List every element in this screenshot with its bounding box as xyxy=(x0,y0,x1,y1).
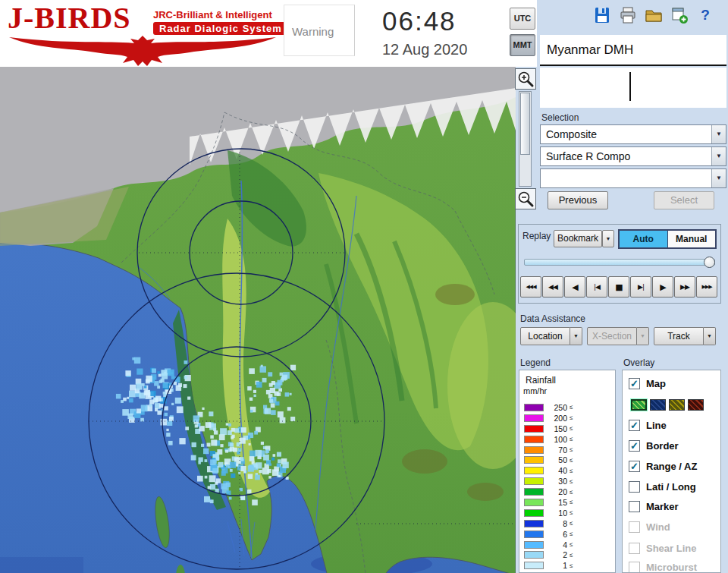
sub-product-dropdown[interactable]: ▼ xyxy=(540,168,726,188)
rewind-fast-button[interactable]: ◀◀ xyxy=(542,276,563,298)
play-reverse-button[interactable]: ◀ xyxy=(564,276,585,298)
replay-mode-toggle: Auto Manual xyxy=(618,229,717,249)
radar-map-area[interactable] xyxy=(0,67,516,573)
forward-fastest-button[interactable]: ▶▶▶ xyxy=(696,276,717,298)
overlay-item-label: Border xyxy=(646,440,679,452)
play-button[interactable]: ▶ xyxy=(652,276,673,298)
legend-entry: 100≤ xyxy=(519,434,615,445)
legend-color-swatch xyxy=(524,509,544,517)
selection-label: Selection xyxy=(541,112,579,123)
save-icon[interactable] xyxy=(592,5,612,26)
checkbox xyxy=(629,562,640,573)
less-equal-symbol: ≤ xyxy=(570,541,573,548)
slider-track[interactable] xyxy=(524,259,715,266)
overlay-item-marker[interactable]: Marker xyxy=(629,501,679,512)
replay-group: Replay Bookmark ▼ Auto Manual ◀◀◀◀◀◀|◀■▶… xyxy=(518,224,721,304)
zoom-slider-thumb[interactable] xyxy=(520,93,530,155)
zoom-in-button[interactable] xyxy=(515,68,536,90)
map-style-swatch-2[interactable] xyxy=(650,399,666,411)
legend-entry: 8≤ xyxy=(519,518,615,529)
button-label: X-Section xyxy=(587,327,637,345)
bookmark-button[interactable]: Bookmark xyxy=(554,230,602,247)
composite-dropdown[interactable]: Composite ▼ xyxy=(540,124,726,144)
overlay-item-line[interactable]: ✓Line xyxy=(629,420,667,431)
bookmark-dropdown-arrow[interactable]: ▼ xyxy=(602,230,614,247)
select-button[interactable]: Select xyxy=(654,191,714,209)
chevron-down-icon[interactable]: ▼ xyxy=(711,147,726,165)
legend-value: 40 xyxy=(549,466,567,475)
less-equal-symbol: ≤ xyxy=(570,457,573,464)
overlay-item-range-az[interactable]: ✓Range / AZ xyxy=(629,461,697,472)
step-forward-button[interactable]: ▶| xyxy=(630,276,651,298)
less-equal-symbol: ≤ xyxy=(570,562,573,569)
button-label[interactable]: Location xyxy=(520,327,570,345)
button-label[interactable]: Track xyxy=(654,327,704,345)
zoom-slider[interactable] xyxy=(519,91,532,187)
print-icon[interactable] xyxy=(617,5,638,26)
step-back-button[interactable]: |◀ xyxy=(586,276,607,298)
map-style-swatch-3[interactable] xyxy=(669,399,685,411)
zoom-out-button[interactable] xyxy=(515,188,536,209)
overlay-item-shear-line: Shear Line xyxy=(629,543,696,554)
replay-timeline-slider[interactable] xyxy=(524,257,715,269)
map-style-swatch-1[interactable] xyxy=(631,399,647,411)
forward-fast-button[interactable]: ▶▶ xyxy=(674,276,695,298)
export-icon[interactable] xyxy=(669,5,689,26)
x-section-button: X-Section▼ xyxy=(587,327,649,345)
utc-button[interactable]: UTC xyxy=(510,8,535,30)
stop-button[interactable]: ■ xyxy=(608,276,629,298)
overlay-item-border[interactable]: ✓Border xyxy=(629,440,679,452)
legend-entry: 6≤ xyxy=(519,529,615,540)
checkbox[interactable]: ✓ xyxy=(629,440,640,452)
auto-mode-button[interactable]: Auto xyxy=(620,231,668,247)
legend-value: 200 xyxy=(549,414,567,423)
less-equal-symbol: ≤ xyxy=(570,478,573,485)
chevron-down-icon[interactable]: ▼ xyxy=(711,125,726,143)
data-assistance-label: Data Assistance xyxy=(520,313,585,324)
previous-button[interactable]: Previous xyxy=(548,191,608,209)
chevron-down-icon[interactable]: ▼ xyxy=(704,327,716,345)
legend-value: 1 xyxy=(549,561,567,570)
checkbox[interactable]: ✓ xyxy=(629,378,640,389)
legend-value: 50 xyxy=(549,455,567,464)
legend-color-swatch xyxy=(524,520,544,527)
help-icon[interactable]: ? xyxy=(695,5,715,26)
map-style-swatch-4[interactable] xyxy=(688,399,704,411)
overlay-item-label: Map xyxy=(646,378,666,389)
legend-value: 10 xyxy=(549,508,567,518)
chevron-down-icon[interactable]: ▼ xyxy=(570,327,582,345)
radar-map[interactable] xyxy=(0,67,516,573)
overlay-item-map[interactable]: ✓Map xyxy=(629,378,666,389)
legend-entry: 250≤ xyxy=(519,402,615,413)
legend-entry: 10≤ xyxy=(519,508,615,518)
legend-unit: mm/hr xyxy=(523,386,547,395)
legend-value: 15 xyxy=(549,498,567,507)
mmt-button[interactable]: MMT xyxy=(510,34,535,56)
checkbox[interactable]: ✓ xyxy=(629,420,640,431)
station-name-box[interactable]: Myanmar DMH xyxy=(540,35,726,66)
legend-color-swatch xyxy=(524,425,544,433)
product-dropdown[interactable]: Surface R Compo ▼ xyxy=(540,146,726,166)
legend-color-swatch xyxy=(524,499,544,506)
manual-mode-button[interactable]: Manual xyxy=(668,231,716,247)
overlay-item-lati-long[interactable]: Lati / Long xyxy=(629,481,696,493)
track-button[interactable]: Track▼ xyxy=(654,327,716,345)
chevron-down-icon[interactable]: ▼ xyxy=(711,169,726,187)
folder-icon[interactable] xyxy=(643,5,664,26)
legend-color-swatch xyxy=(524,562,544,569)
checkbox[interactable] xyxy=(629,501,640,512)
chevron-down-icon: ▼ xyxy=(637,327,649,345)
legend-entry: 20≤ xyxy=(519,486,615,497)
slider-thumb[interactable] xyxy=(704,257,715,268)
logo-subtitle-1: JRC-Brilliant & Intelligent xyxy=(153,9,272,20)
text-cursor xyxy=(629,72,631,101)
legend-value: 4 xyxy=(549,540,567,549)
warning-panel: Warning xyxy=(284,5,355,56)
checkbox[interactable] xyxy=(629,481,640,493)
station-list[interactable] xyxy=(540,68,726,108)
clock-date: 12 Aug 2020 xyxy=(382,41,467,58)
rewind-fastest-button[interactable]: ◀◀◀ xyxy=(520,276,541,298)
legend-color-swatch xyxy=(524,467,544,474)
location-button[interactable]: Location▼ xyxy=(520,327,582,345)
checkbox[interactable]: ✓ xyxy=(629,461,640,472)
